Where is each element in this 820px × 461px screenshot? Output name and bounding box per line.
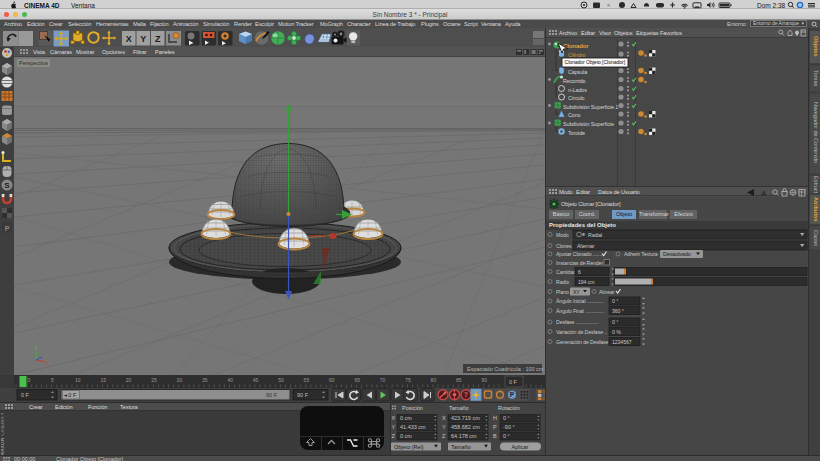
svg-text:40: 40 — [227, 377, 233, 383]
svg-text:90: 90 — [481, 377, 487, 383]
svg-text:65: 65 — [354, 377, 360, 383]
svg-text:P: P — [493, 424, 497, 430]
svg-text:70: 70 — [380, 377, 386, 383]
svg-text:Ángulo Final ..............: Ángulo Final .............. — [556, 308, 604, 314]
svg-text:A: A — [761, 188, 767, 197]
svg-text:S: S — [4, 181, 10, 190]
svg-text:Alinear: Alinear — [599, 289, 615, 295]
svg-text:n-Lados: n-Lados — [568, 86, 587, 92]
svg-text:Clonador Objeto [Clonador]: Clonador Objeto [Clonador] — [565, 59, 626, 65]
svg-text:35: 35 — [202, 377, 208, 383]
svg-text:75: 75 — [405, 377, 411, 383]
svg-text:41.433 cm: 41.433 cm — [400, 424, 426, 430]
svg-text:Tamaño: Tamaño — [449, 405, 469, 411]
svg-text:55: 55 — [304, 377, 310, 383]
svg-text:30: 30 — [177, 377, 183, 383]
svg-text:P: P — [5, 225, 10, 232]
svg-text:423.719 cm: 423.719 cm — [451, 415, 480, 421]
svg-text:X: X — [442, 415, 446, 421]
svg-text:194 cm: 194 cm — [578, 279, 594, 285]
svg-text:Clones: Clones — [556, 243, 572, 249]
svg-text:Cono: Cono — [568, 112, 581, 118]
svg-text:0 F: 0 F — [21, 392, 30, 398]
svg-text:1234567: 1234567 — [612, 339, 632, 345]
svg-text:64.178 cm: 64.178 cm — [451, 433, 477, 439]
svg-text:Modo: Modo — [556, 232, 569, 238]
svg-text:0 °: 0 ° — [612, 298, 618, 304]
svg-text:?: ? — [464, 391, 468, 398]
svg-text:5: 5 — [51, 377, 54, 383]
svg-text:Plano: Plano — [556, 289, 569, 295]
svg-text:Desfase .................: Desfase ................. — [556, 319, 598, 325]
svg-text:Tamaño: Tamaño — [451, 443, 471, 449]
svg-text:Subdivisión Superficie: Subdivisión Superficie — [563, 121, 614, 127]
svg-text:0 cm: 0 cm — [400, 415, 412, 421]
svg-text:P: P — [510, 391, 515, 398]
svg-text:10: 10 — [75, 377, 81, 383]
svg-text:Y: Y — [392, 424, 396, 430]
svg-text:45: 45 — [253, 377, 259, 383]
svg-text:Espaciado Cuadrícula : 100 cm: Espaciado Cuadrícula : 100 cm — [467, 365, 544, 371]
svg-text:360 °: 360 ° — [612, 308, 624, 314]
svg-text:Recorrido: Recorrido — [563, 77, 586, 83]
svg-text:85: 85 — [456, 377, 462, 383]
svg-text:Subdivisión Superficie.1: Subdivisión Superficie.1 — [563, 103, 618, 109]
svg-text:-90 °: -90 ° — [503, 424, 515, 430]
svg-text:458.682 cm: 458.682 cm — [451, 424, 480, 430]
svg-text:Radio: Radio — [556, 279, 569, 285]
svg-text:80: 80 — [431, 377, 437, 383]
svg-text:0 °: 0 ° — [503, 415, 510, 421]
svg-text:Rotación: Rotación — [498, 405, 520, 411]
svg-text:Generación de Desfase: Generación de Desfase — [556, 339, 609, 345]
svg-text:0 %: 0 % — [612, 329, 621, 335]
svg-text:Z: Z — [392, 433, 396, 439]
svg-text:Objeto (Rel): Objeto (Rel) — [394, 443, 424, 449]
svg-text:Ajustar Clonado ........: Ajustar Clonado ........ — [556, 251, 603, 257]
svg-text:15: 15 — [100, 377, 106, 383]
svg-text:Y: Y — [442, 424, 446, 430]
svg-text:Desactivado: Desactivado — [663, 251, 691, 257]
svg-text:20: 20 — [126, 377, 132, 383]
svg-text:0 cm: 0 cm — [400, 433, 412, 439]
svg-text:X: X — [126, 33, 132, 43]
svg-text:Cilindro: Cilindro — [568, 51, 586, 57]
svg-text:50: 50 — [278, 377, 284, 383]
svg-text:Adherir Textura: Adherir Textura — [624, 251, 658, 257]
svg-text:0: 0 — [28, 377, 31, 383]
svg-text:0 °: 0 ° — [503, 433, 510, 439]
svg-text:90 F: 90 F — [297, 392, 309, 398]
svg-text:60: 60 — [329, 377, 335, 383]
svg-text:Círculo: Círculo — [568, 95, 584, 101]
svg-text:Alternar: Alternar — [577, 243, 595, 249]
svg-text:0 F: 0 F — [509, 378, 518, 384]
svg-text:H: H — [493, 415, 497, 421]
svg-text:XY: XY — [573, 289, 580, 295]
svg-text:Aplicar: Aplicar — [512, 443, 529, 449]
svg-text:Cápsula: Cápsula — [568, 68, 587, 74]
svg-text:6: 6 — [578, 269, 581, 275]
svg-text:Radial: Radial — [588, 232, 602, 238]
svg-text:Z: Z — [155, 33, 161, 43]
svg-text:◂ 0 F: ◂ 0 F — [64, 392, 77, 398]
svg-text:25: 25 — [151, 377, 157, 383]
svg-text:90 F: 90 F — [266, 392, 278, 398]
svg-text:Ángulo Inicial .............: Ángulo Inicial ............. — [556, 298, 604, 304]
svg-text:Perspectiva: Perspectiva — [19, 60, 49, 66]
svg-text:Instancias de Render: Instancias de Render — [556, 260, 603, 266]
svg-text:Toroide: Toroide — [568, 129, 585, 135]
svg-text:X: X — [392, 415, 396, 421]
svg-text:Cantidad: Cantidad — [556, 269, 576, 275]
svg-text:Clonador: Clonador — [563, 42, 589, 48]
svg-text:Variación de Desfase ..: Variación de Desfase .. — [556, 329, 607, 335]
svg-text:B: B — [493, 433, 497, 439]
svg-text:Y: Y — [140, 33, 146, 43]
svg-text:0 °: 0 ° — [612, 319, 618, 325]
svg-text:Z: Z — [442, 433, 446, 439]
svg-text:Posición: Posición — [402, 405, 423, 411]
